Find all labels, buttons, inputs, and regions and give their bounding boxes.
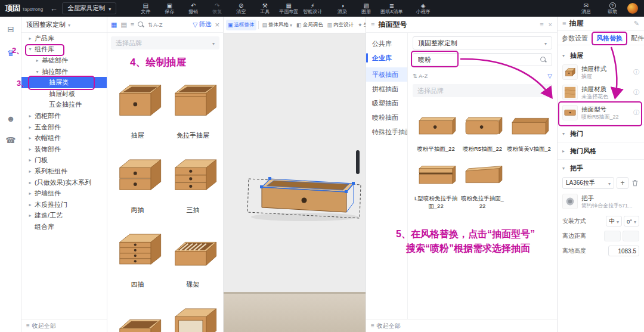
face-card-flat[interactable]: 喷粉平抽面_22	[413, 108, 459, 157]
drag-handle-icon[interactable]	[562, 20, 566, 27]
library-tab-enterprise[interactable]: 企业库	[366, 51, 407, 65]
floor-height-input[interactable]: 1083.5	[608, 246, 639, 256]
delete-handle-icon[interactable]	[631, 179, 639, 187]
category-frame-face[interactable]: 拼框抽面	[366, 82, 407, 96]
interior-design-button[interactable]: ▥ 内空设计	[326, 20, 356, 30]
product-card-no-handle-drawer[interactable]: 免拉手抽屉	[165, 72, 221, 146]
search-icon[interactable]	[138, 21, 144, 28]
redo-button[interactable]: ↷ 恢复	[206, 0, 228, 17]
user-avatar[interactable]	[627, 3, 638, 14]
product-card-drawer[interactable]: 抽屉	[110, 72, 165, 146]
sort-icon[interactable]	[413, 73, 417, 79]
brand-select[interactable]: 选择品牌	[111, 36, 219, 49]
category-blister-face[interactable]: 吸塑抽面	[366, 96, 407, 110]
face-search-input[interactable]	[418, 56, 537, 63]
category-flat-face[interactable]: 平板抽面	[366, 67, 407, 82]
tree-item-wine-cabinet[interactable]: ▸酒柜部件	[21, 110, 107, 122]
render-button[interactable]: ◑ 渲染	[331, 0, 354, 17]
tree-item-series-cabinet[interactable]: ▸系列柜组件	[21, 166, 107, 177]
tree-item-solid-wood[interactable]: ▸(只做效果)实木系列	[21, 177, 107, 188]
design-canvas[interactable]: ▣ 选框整体 ▤ 整体风格 ◧ 全局调色 ▥ 内空设计 ✦ 生成	[224, 17, 366, 332]
file-button[interactable]: ▤ 文件	[134, 0, 157, 17]
back-button[interactable]: ←	[48, 4, 60, 13]
info-icon[interactable]	[633, 108, 639, 117]
install-position-select[interactable]: 中	[606, 216, 622, 226]
tree-item-door-panel[interactable]: ▸门板	[21, 155, 107, 166]
close-panel-icon[interactable]	[215, 21, 219, 29]
select-frame-button[interactable]: ▣ 选框整体	[226, 20, 256, 30]
funnel-icon[interactable]	[547, 73, 552, 79]
face-model-row[interactable]: 抽面型号 喷粉R5抽面_22	[562, 103, 639, 123]
phone-icon[interactable]: ☎	[0, 132, 21, 148]
edge-distance-input-2[interactable]	[623, 231, 639, 241]
edit-icon[interactable]	[634, 20, 639, 27]
door-style-section-header[interactable]: ▸ 掩门风格	[562, 144, 639, 157]
tree-item-pull-parts[interactable]: ▾抽拉部件	[21, 66, 107, 77]
library-tab-public[interactable]: 公共库	[366, 36, 407, 51]
vip-crown-icon[interactable]: ♛	[0, 45, 21, 61]
collapse-all-button[interactable]: 收起全部	[21, 319, 107, 332]
category-special-handle-face[interactable]: 特殊拉手抽面	[366, 125, 407, 139]
album-button[interactable]: ▧ 图册	[355, 0, 377, 17]
handle-item-row[interactable]: 把手 简约锌合金拉手571...	[562, 191, 639, 212]
drawings-list-button[interactable]: ≣ 图纸&清单	[379, 0, 404, 17]
product-card-two-drawer[interactable]: 两抽	[110, 146, 165, 221]
tree-item-construction[interactable]: ▸建造/工艺	[21, 210, 107, 222]
info-icon[interactable]	[633, 88, 639, 97]
handle-select[interactable]: LA366拉手	[562, 177, 614, 189]
tree-item-product-library[interactable]: ▸产品库	[21, 33, 107, 44]
door-section-header[interactable]: ▾ 掩门	[562, 127, 639, 140]
category-powder-face[interactable]: 喷粉抽面	[366, 110, 407, 125]
edge-distance-input-1[interactable]	[604, 231, 621, 241]
tree-item-wardrobe[interactable]: ▸衣帽组件	[21, 132, 107, 144]
panel-collapse-handle[interactable]	[356, 150, 360, 174]
help-button[interactable]: ? 帮助	[601, 0, 624, 17]
mini-program-button[interactable]: ◈ 小程序	[412, 0, 435, 17]
grid-view-icon[interactable]: ▦	[111, 21, 117, 28]
drawer-3d-sketch[interactable]	[240, 150, 366, 225]
face-card-no-handle[interactable]: 喷粉免拉手抽面_22	[459, 157, 506, 215]
tab-style-replace[interactable]: 风格替换	[592, 31, 627, 45]
library-source-select[interactable]: 顶固整家定制	[21, 17, 107, 33]
clear-button[interactable]: ⊘ 清空	[230, 0, 252, 17]
tree-item-component-library[interactable]: ▾组件库	[21, 44, 107, 55]
list-view-icon[interactable]: ▤	[120, 21, 126, 28]
tree-item-basic-parts[interactable]: ▸基础部件	[21, 55, 107, 66]
product-card-plate-rack[interactable]: 碟架	[165, 221, 221, 295]
global-color-button[interactable]: ◧ 全局调色	[295, 20, 325, 30]
printer-icon[interactable]: ⊟	[0, 21, 21, 37]
tree-item-wall-protection[interactable]: ▸护墙组件	[21, 188, 107, 199]
face-card-l-type[interactable]: L型喷粉免拉手抽面_22	[413, 157, 459, 215]
tree-item-combination-library[interactable]: 组合库	[21, 221, 107, 232]
install-angle-select[interactable]: 0°	[624, 216, 639, 226]
face-card-v[interactable]: 喷粉简美V抽面_2	[506, 108, 552, 157]
tree-item-drawer-class[interactable]: 抽屉类	[21, 77, 107, 88]
tab-parameter-settings[interactable]: 参数设置	[558, 31, 592, 45]
tree-item-drawer-panel[interactable]: 抽屉封板	[21, 88, 107, 100]
sort-label[interactable]: A-Z	[419, 73, 428, 79]
info-icon[interactable]	[633, 68, 639, 76]
drawer-style-row[interactable]: 抽屉样式 抽屉	[562, 62, 639, 82]
smart-design-button[interactable]: ⚡ 智能设计	[301, 0, 324, 17]
collapse-all-button[interactable]: 收起全部	[366, 319, 557, 332]
floorplan-button[interactable]: ▦ 平面布置	[277, 0, 300, 17]
save-button[interactable]: ▣ 保存	[158, 0, 181, 17]
product-card-partial-a[interactable]	[110, 295, 165, 332]
panel-menu-icon[interactable]	[540, 21, 543, 28]
face-brand-select[interactable]: 选择品牌	[413, 84, 552, 97]
drawer-material-row[interactable]: 抽屉材质 未选择花色	[562, 82, 639, 103]
drawer-section-header[interactable]: ▾ 抽屉	[562, 49, 639, 62]
tree-item-hardware-pull[interactable]: 五金抽拉件	[21, 100, 107, 111]
drag-handle-icon[interactable]	[371, 21, 374, 28]
undo-button[interactable]: ↶ 撤销	[182, 0, 205, 17]
tree-item-hardware[interactable]: ▸五金部件	[21, 122, 107, 133]
overall-style-button[interactable]: ▤ 整体风格	[261, 20, 295, 30]
contact-icon[interactable]: ☻	[0, 111, 21, 126]
product-card-four-drawer[interactable]: 四抽	[110, 221, 165, 295]
tools-button[interactable]: ⚒ 工具	[253, 0, 276, 17]
tree-item-wood-sliding-door[interactable]: ▸木质推拉门	[21, 199, 107, 210]
project-type-select[interactable]: 全屋家具定制	[62, 2, 116, 14]
face-card-r5[interactable]: 喷粉R5抽面_22	[459, 108, 506, 157]
search-icon[interactable]	[540, 57, 547, 63]
tree-item-decoration[interactable]: ▸装饰部件	[21, 144, 107, 155]
